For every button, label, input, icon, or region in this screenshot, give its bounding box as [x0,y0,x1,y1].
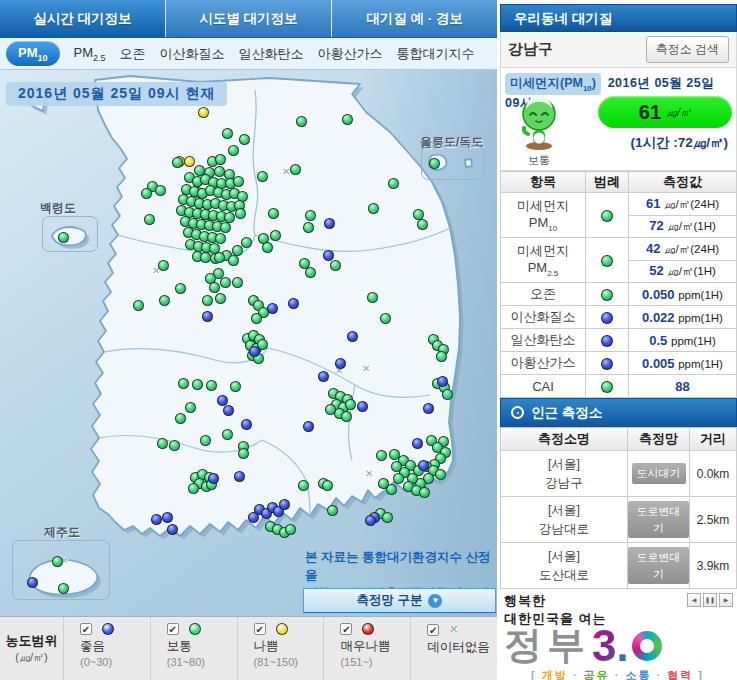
station-dot-moderate[interactable] [436,351,447,362]
nearby-station-row[interactable]: [서울]강남대로도로변대기2.5km [501,497,737,543]
station-dot-moderate[interactable] [378,478,389,489]
pollutant-tab-이산화질소[interactable]: 이산화질소 [160,45,225,63]
station-dot-moderate[interactable] [442,389,453,400]
station-dot-good[interactable] [202,311,213,322]
station-dot-good[interactable] [223,405,234,416]
station-dot-moderate[interactable] [215,293,226,304]
station-dot-moderate[interactable] [435,469,446,480]
station-dot-moderate[interactable] [202,295,213,306]
station-dot-good[interactable] [303,421,314,432]
station-dot-moderate[interactable] [220,222,231,233]
nearby-station-row[interactable]: [서울]도산대로도로변대기3.9km [501,543,737,589]
station-dot-moderate[interactable] [222,429,233,440]
station-dot-moderate[interactable] [206,380,217,391]
station-dot-moderate[interactable] [175,413,186,424]
station-dot-moderate[interactable] [298,480,309,491]
station-dot-moderate[interactable] [58,583,69,594]
station-dot-good[interactable] [234,471,245,482]
station-dot-moderate[interactable] [228,145,239,156]
station-dot-moderate[interactable] [413,209,424,220]
station-dot-moderate[interactable] [342,114,353,125]
station-dot-good[interactable] [323,250,334,261]
station-dot-good[interactable] [412,438,423,449]
station-dot-moderate[interactable] [327,505,338,516]
station-dot-good[interactable] [249,346,260,357]
station-dot-moderate[interactable] [303,222,314,233]
station-dot-moderate[interactable] [270,230,281,241]
tab-region-air[interactable]: 시도별 대기정보 [166,0,332,37]
station-dot-good[interactable] [437,376,448,387]
station-dot-moderate[interactable] [322,480,333,491]
station-dot-moderate[interactable] [262,242,273,253]
station-dot-moderate[interactable] [215,233,226,244]
station-dot-good[interactable] [267,303,278,314]
station-dot-good[interactable] [217,395,228,406]
station-dot-moderate[interactable] [200,435,211,446]
carousel-prev-button[interactable]: ◀ [687,593,701,607]
tab-realtime-air[interactable]: 실시간 대기정보 [0,0,166,37]
station-dot-moderate[interactable] [178,378,189,389]
station-dot-moderate[interactable] [330,260,341,271]
pollutant-tab-pm10[interactable]: PM10 [6,41,60,67]
station-dot-moderate[interactable] [305,267,316,278]
station-dot-moderate[interactable] [222,128,233,139]
station-dot-moderate[interactable] [209,282,220,293]
station-dot-good[interactable] [418,460,429,471]
station-dot-moderate[interactable] [368,203,379,214]
station-dot-moderate[interactable] [257,171,268,182]
station-dot-moderate[interactable] [429,158,440,169]
station-dot-moderate[interactable] [380,313,391,324]
station-dot-moderate[interactable] [215,154,226,165]
pollutant-tab-pm2.5[interactable]: PM2.5 [74,45,106,63]
station-dot-good[interactable] [162,512,173,523]
carousel-pause-button[interactable]: ❚❚ [703,593,717,607]
station-dot-moderate[interactable] [232,277,243,288]
station-dot-bad[interactable] [184,156,195,167]
station-dot-good[interactable] [241,419,252,430]
station-dot-good[interactable] [324,218,335,229]
station-dot-moderate[interactable] [239,134,250,145]
station-dot-good[interactable] [318,371,329,382]
station-dot-nodata[interactable]: ✕ [362,363,370,374]
station-dot-moderate[interactable] [241,237,252,248]
station-dot-good[interactable] [167,524,178,535]
station-dot-moderate[interactable] [232,245,243,256]
station-dot-moderate[interactable] [376,450,387,461]
station-dot-moderate[interactable] [419,487,430,498]
pollutant-tab-아황산가스[interactable]: 아황산가스 [318,45,383,63]
station-dot-moderate[interactable] [155,185,166,196]
station-dot-moderate[interactable] [220,277,231,288]
station-dot-moderate[interactable] [185,402,196,413]
station-dot-moderate[interactable] [159,295,170,306]
station-dot-moderate[interactable] [141,188,152,199]
station-dot-moderate[interactable] [157,438,168,449]
station-dot-moderate[interactable] [382,512,393,523]
pollutant-tab-오존[interactable]: 오존 [120,45,146,63]
station-dot-good[interactable] [365,515,376,526]
station-dot-moderate[interactable] [305,210,316,221]
nearby-station-row[interactable]: [서울]강남구도시대기0.0km [501,451,737,497]
station-dot-good[interactable] [288,298,299,309]
station-dot-moderate[interactable] [268,208,279,219]
station-dot-moderate[interactable] [251,313,262,324]
station-dot-moderate[interactable] [393,473,404,484]
network-type-button[interactable]: 측정망 구분 ▼ [303,588,496,613]
legend-checkbox-nodata[interactable]: ✔ [427,624,439,636]
station-dot-good[interactable] [335,358,346,369]
station-dot-moderate[interactable] [214,166,225,177]
station-dot-moderate[interactable] [290,164,301,175]
legend-checkbox-verybad[interactable]: ✔ [340,623,352,635]
station-dot-good[interactable] [151,514,162,525]
station-dot-moderate[interactable] [224,212,235,223]
pollutant-tab-일산화탄소[interactable]: 일산화탄소 [239,45,304,63]
station-dot-moderate[interactable] [52,556,63,567]
station-dot-moderate[interactable] [188,483,199,494]
station-dot-moderate[interactable] [296,116,307,127]
station-search-button[interactable]: 측정소 검색 [646,36,729,63]
station-dot-good[interactable] [357,401,368,412]
station-dot-moderate[interactable] [391,461,402,472]
pollutant-tab-통합대기지수[interactable]: 통합대기지수 [397,45,475,63]
station-dot-moderate[interactable] [58,232,69,243]
legend-checkbox-bad[interactable]: ✔ [254,623,266,635]
station-dot-good[interactable] [279,499,290,510]
